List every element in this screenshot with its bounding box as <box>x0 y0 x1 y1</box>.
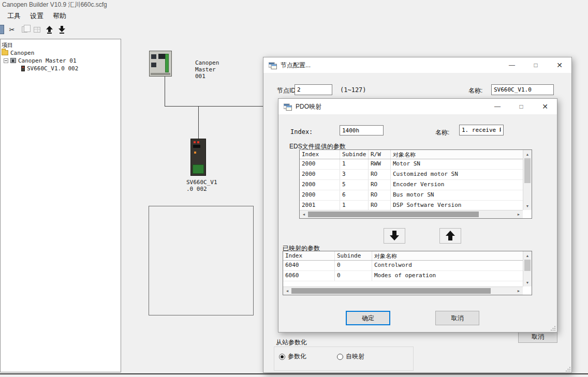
mapped-param-table: Index Subinde 对象名称 6040 0 Controlword 60… <box>283 251 532 295</box>
cell-subindex: 5 <box>340 180 369 190</box>
scroll-left-icon[interactable]: ◄ <box>283 286 291 295</box>
radio-unselected-icon[interactable] <box>337 354 343 360</box>
cut-icon[interactable]: ✂ <box>7 25 17 34</box>
vertical-scrollbar[interactable]: ▲ ▼ <box>523 150 532 210</box>
cell-object-name: Modes of operation <box>372 271 523 281</box>
download-icon[interactable] <box>57 25 66 34</box>
menu-item-tools[interactable]: 工具 <box>7 11 21 21</box>
pdo-mapping-dialog: PDO映射 — □ ✕ Index: 名称: EDS文件提供的参数 Index … <box>278 98 557 333</box>
resize-grip-icon[interactable] <box>550 325 556 331</box>
sv660c-slave-device[interactable] <box>190 139 206 176</box>
node-id-range: (1~127) <box>340 86 366 94</box>
scroll-up-icon[interactable]: ▲ <box>523 251 532 260</box>
table-row[interactable]: 6060 0 Modes of operation <box>283 271 523 281</box>
tree-header-label: 项目 <box>2 41 13 49</box>
paste-icon[interactable] <box>32 25 41 34</box>
header-rw[interactable]: R/W <box>369 150 391 159</box>
radio-selfmap[interactable]: 自映射 <box>337 352 364 361</box>
master-led-strip-icon <box>165 54 169 72</box>
table-row[interactable]: 2001 1 RO DSP Software Version <box>300 201 523 210</box>
cell-object-name: Motor SN <box>391 159 523 169</box>
maximize-icon[interactable]: □ <box>509 99 533 114</box>
resize-grip-icon[interactable] <box>565 366 571 372</box>
dialog-title: PDO映射 <box>296 102 321 111</box>
close-icon[interactable]: ✕ <box>548 57 571 73</box>
pdo-ok-button[interactable]: 确定 <box>346 311 390 325</box>
cell-object-name: Encoder Version <box>391 180 523 190</box>
table-row[interactable]: 2000 6 RO Bus motor SN <box>300 190 523 201</box>
tree-item-canopen[interactable]: Canopen <box>2 49 34 56</box>
tree-item-canopen-master[interactable]: Canopen Master 01 <box>4 57 77 64</box>
scroll-right-icon[interactable]: ► <box>514 210 523 218</box>
minimize-icon[interactable]: — <box>500 57 524 73</box>
map-up-button[interactable] <box>439 228 461 244</box>
table-row[interactable]: 2000 3 RO Customized motor SN <box>300 170 523 180</box>
app-window: Canopen Builder V10.9 汇川660c.scfg 工具 设置 … <box>0 0 588 377</box>
copy-icon[interactable] <box>20 25 29 34</box>
tree-header: 项目 <box>2 41 13 49</box>
menubar: 工具 设置 帮助 <box>0 10 66 22</box>
cell-subindex: 0 <box>335 261 372 270</box>
header-object-name[interactable]: 对象名称 <box>391 150 523 159</box>
maximize-icon[interactable]: □ <box>524 57 548 73</box>
pdo-index-input[interactable] <box>340 125 384 135</box>
menu-item-help[interactable]: 帮助 <box>53 11 66 21</box>
scroll-down-icon[interactable]: ▼ <box>523 278 532 286</box>
tree-item-sv660c[interactable]: SV660C_V1.0 002 <box>21 65 78 72</box>
project-tree-panel: 项目 Canopen Canopen Master 01 SV660C_V1.0… <box>0 39 121 372</box>
header-subindex[interactable]: Subinde <box>335 251 372 260</box>
collapse-expander-icon[interactable] <box>4 58 8 63</box>
canopen-master-device[interactable] <box>149 51 172 77</box>
scrollbar-thumb[interactable] <box>308 212 479 217</box>
tree-item-label: Canopen Master 01 <box>18 57 77 64</box>
scroll-right-icon[interactable]: ► <box>514 286 523 295</box>
scroll-left-icon[interactable]: ◄ <box>300 210 308 218</box>
header-index[interactable]: Index <box>300 150 340 159</box>
vertical-scrollbar[interactable]: ▲ ▼ <box>523 251 532 286</box>
dialog-title: 节点配置... <box>281 61 311 70</box>
master-port-icon <box>151 54 156 59</box>
table-row[interactable]: 2000 5 RO Encoder Version <box>300 180 523 190</box>
eds-table-rows: Index Subinde R/W 对象名称 2000 1 RWW Motor … <box>300 150 523 210</box>
cell-subindex: 0 <box>335 271 372 281</box>
horizontal-scrollbar[interactable]: ◄ ► <box>300 210 523 218</box>
form-icon <box>269 62 277 69</box>
node-name-input[interactable] <box>491 84 554 95</box>
slave-device-label: SV660C_V1 .0 002 <box>186 179 217 192</box>
window-controls: — □ ✕ <box>486 99 557 114</box>
scrollbar-thumb[interactable] <box>524 260 531 271</box>
scrollbar-thumb[interactable] <box>524 158 531 183</box>
scroll-down-icon[interactable]: ▼ <box>523 202 532 210</box>
horizontal-scrollbar[interactable]: ◄ ► <box>283 286 523 295</box>
save-icon[interactable] <box>0 25 4 34</box>
thick-down-arrow-icon <box>390 231 399 241</box>
header-object-name[interactable]: 对象名称 <box>372 251 523 260</box>
paste-grid-glyph <box>34 27 40 33</box>
mapped-table-rows: Index Subinde 对象名称 6040 0 Controlword 60… <box>283 251 523 286</box>
cell-subindex: 3 <box>340 170 369 179</box>
slave-param-group-label: 从站参数化 <box>276 338 307 347</box>
node-dialog-titlebar[interactable]: 节点配置... — □ ✕ <box>263 57 571 73</box>
master-drop-line <box>165 77 165 106</box>
minimize-icon[interactable]: — <box>486 99 509 114</box>
header-subindex[interactable]: Subinde <box>340 150 369 159</box>
menu-item-settings[interactable]: 设置 <box>30 11 43 21</box>
pdo-cancel-button[interactable]: 取消 <box>435 311 479 325</box>
close-icon[interactable]: ✕ <box>533 99 557 114</box>
pdo-name-label: 名称: <box>435 128 449 137</box>
cell-object-name: DSP Software Version <box>391 201 523 210</box>
radio-parameterize[interactable]: 参数化 <box>279 352 306 361</box>
node-id-input[interactable] <box>295 84 332 95</box>
scrollbar-thumb[interactable] <box>291 288 491 294</box>
table-row[interactable]: 6040 0 Controlword <box>283 261 523 271</box>
map-down-button[interactable] <box>384 228 405 244</box>
upload-icon[interactable] <box>45 25 54 34</box>
pdo-name-input[interactable] <box>459 125 504 135</box>
header-index[interactable]: Index <box>283 251 335 260</box>
table-row[interactable]: 2000 1 RWW Motor SN <box>300 159 523 170</box>
pdo-dialog-titlebar[interactable]: PDO映射 — □ ✕ <box>278 99 557 114</box>
window-title: Canopen Builder V10.9 汇川660c.scfg <box>2 1 107 9</box>
radio-selected-icon[interactable] <box>279 354 285 360</box>
bus-line <box>165 106 263 107</box>
scroll-up-icon[interactable]: ▲ <box>523 150 532 158</box>
